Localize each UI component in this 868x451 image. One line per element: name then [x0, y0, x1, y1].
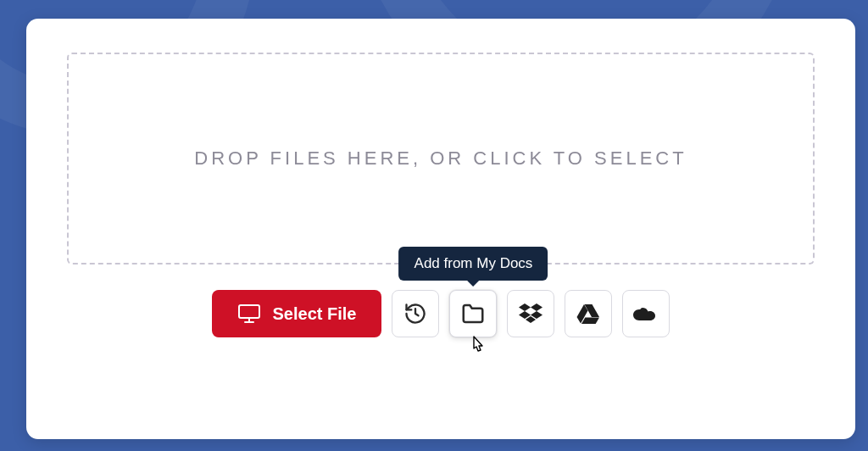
svg-marker-7 [526, 316, 536, 323]
file-dropzone[interactable]: DROP FILES HERE, OR CLICK TO SELECT [67, 53, 815, 264]
computer-icon [237, 303, 261, 324]
select-file-label: Select File [273, 304, 357, 324]
dropbox-icon [518, 303, 543, 325]
svg-marker-4 [531, 303, 542, 311]
upload-panel: DROP FILES HERE, OR CLICK TO SELECT Sele… [26, 19, 855, 439]
select-file-button[interactable]: Select File [212, 290, 382, 337]
google-drive-icon [576, 303, 600, 324]
upload-source-toolbar: Select File Add from My Docs [67, 290, 815, 337]
svg-marker-10 [581, 318, 599, 325]
onedrive-button[interactable] [622, 290, 670, 337]
dropbox-button[interactable] [507, 290, 554, 337]
google-drive-button[interactable] [565, 290, 612, 337]
my-docs-button[interactable]: Add from My Docs [449, 290, 497, 337]
svg-marker-3 [519, 303, 531, 311]
svg-rect-0 [239, 305, 259, 318]
onedrive-icon [632, 305, 659, 322]
history-button[interactable] [392, 290, 439, 337]
tooltip-my-docs: Add from My Docs [399, 247, 548, 281]
folder-icon [460, 303, 486, 325]
dropzone-instruction: DROP FILES HERE, OR CLICK TO SELECT [194, 148, 687, 170]
history-icon [403, 302, 427, 326]
